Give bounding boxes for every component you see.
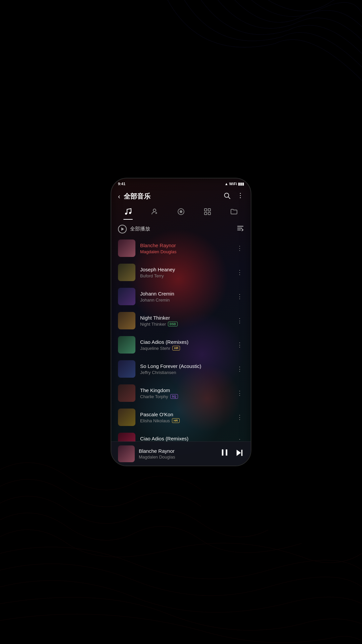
song-thumbnail [118,409,135,426]
song-thumbnail [118,264,135,281]
status-icons: ▲ WiFi ▮▮▮ [225,182,244,186]
song-info: So Long Forever (Acoustic) Jeffry Christ… [140,363,231,375]
tab-songs[interactable] [120,206,136,219]
song-more-button[interactable]: ⋮ [235,364,244,374]
song-item[interactable]: Pascale O'Kon Elisha Nikolaus HR ⋮ [111,405,251,429]
mini-player-title: Blanche Raynor [139,448,216,454]
song-item[interactable]: Johann Cremin Johann Cremin ⋮ [111,284,251,309]
song-item[interactable]: Night Thinker Night Thinker DSD ⋮ [111,309,251,333]
song-item[interactable]: Joseph Heaney Buford Terry ⋮ [111,260,251,284]
song-subtitle: Night Thinker DSD [140,322,231,327]
tab-artists[interactable] [146,206,163,219]
svg-point-4 [240,197,241,198]
song-subtitle: Buford Terry [140,273,231,278]
song-item[interactable]: So Long Forever (Acoustic) Jeffry Christ… [111,357,251,381]
tab-folders[interactable] [226,206,242,219]
svg-rect-11 [204,209,207,211]
song-info: Pascale O'Kon Elisha Nikolaus HR [140,412,231,423]
song-info: The Kingdom Charlie Torphy SQ [140,387,231,399]
svg-line-1 [228,197,230,199]
svg-point-3 [240,195,241,196]
song-subtitle: Jeffry Christiansen [140,370,231,375]
song-item[interactable]: Ciao Adios (Remixes) Jaqueline Stehr HR … [111,333,251,357]
song-info: Ciao Adios (Remixes) Jaqueline Stehr HR [140,339,231,351]
song-subtitle: Jaqueline Stehr HR [140,346,231,351]
pause-button[interactable] [220,448,229,460]
page-title: 全部音乐 [124,192,150,201]
song-more-button[interactable]: ⋮ [235,243,244,253]
top-nav: ‹ 全部音乐 [111,189,251,205]
artist-name: Charlie Torphy [140,394,168,399]
play-all-bar: 全部播放 [111,222,251,236]
mini-player-artist: Magdalen Douglas [139,454,216,460]
song-info: Johann Cremin Johann Cremin [140,291,231,303]
svg-rect-14 [208,212,210,215]
quality-badge-hr: HR [172,418,180,423]
song-title: Ciao Adios (Remixes) [140,436,231,441]
song-subtitle: Charlie Torphy SQ [140,394,231,399]
search-icon[interactable] [223,192,231,201]
artist-name: Jaqueline Stehr [140,346,170,351]
song-info: Blanche Raynor Magdalen Douglas [140,243,231,254]
song-title: Joseph Heaney [140,267,231,272]
tab-albums[interactable] [173,206,189,219]
song-title: Blanche Raynor [140,243,231,248]
artist-name: Elisha Nikolaus [140,418,170,423]
song-more-button[interactable]: ⋮ [235,291,244,302]
tab-bar [111,205,251,222]
svg-point-5 [125,213,127,215]
tab-playlists[interactable] [199,206,216,219]
svg-point-7 [153,209,156,212]
more-options-icon[interactable] [237,192,244,201]
song-item[interactable]: Ciao Adios (Remixes) Willis Osinski ⋮ [111,429,251,441]
song-more-button[interactable]: ⋮ [235,436,244,441]
song-thumbnail [118,312,135,329]
song-title: The Kingdom [140,387,231,393]
song-item[interactable]: The Kingdom Charlie Torphy SQ ⋮ [111,381,251,405]
song-info: Night Thinker Night Thinker DSD [140,315,231,327]
song-thumbnail [118,433,135,441]
artist-name: Buford Terry [140,273,164,278]
song-more-button[interactable]: ⋮ [235,267,244,277]
song-title: So Long Forever (Acoustic) [140,363,231,369]
artist-name: Magdalen Douglas [140,249,176,254]
song-item[interactable]: Blanche Raynor Magdalen Douglas ⋮ [111,236,251,260]
song-thumbnail [118,336,135,354]
svg-rect-18 [222,449,224,456]
quality-badge-dsd: DSD [168,322,178,326]
song-more-button[interactable]: ⋮ [235,412,244,422]
song-title: Pascale O'Kon [140,412,231,417]
mini-player-thumbnail [118,445,135,462]
song-thumbnail [118,360,135,378]
song-info: Joseph Heaney Buford Terry [140,267,231,278]
mini-player-controls [220,448,244,460]
svg-marker-20 [237,449,241,456]
song-thumbnail [118,239,135,257]
svg-rect-19 [226,449,228,456]
song-title: Johann Cremin [140,291,231,297]
svg-point-6 [129,212,131,214]
status-time: 9:41 [118,182,125,186]
song-info: Ciao Adios (Remixes) Willis Osinski [140,436,231,442]
svg-point-2 [240,193,241,194]
svg-rect-13 [204,212,207,215]
quality-badge-hr: HR [172,346,180,351]
song-title: Night Thinker [140,315,231,321]
song-more-button[interactable]: ⋮ [235,388,244,398]
play-all-label: 全部播放 [130,226,150,232]
song-list: Blanche Raynor Magdalen Douglas ⋮ Joseph… [111,236,251,441]
play-all-button[interactable] [118,225,127,233]
status-bar: 9:41 ▲ WiFi ▮▮▮ [111,178,251,189]
song-more-button[interactable]: ⋮ [235,316,244,326]
song-subtitle: Magdalen Douglas [140,249,231,254]
back-button[interactable]: ‹ [118,193,120,200]
song-title: Ciao Adios (Remixes) [140,339,231,345]
mini-player[interactable]: Blanche Raynor Magdalen Douglas [111,441,251,466]
song-more-button[interactable]: ⋮ [235,340,244,350]
quality-badge-sq: SQ [170,394,178,399]
song-subtitle: Elisha Nikolaus HR [140,418,231,423]
next-button[interactable] [235,448,244,460]
song-thumbnail [118,384,135,402]
sort-icon[interactable] [237,224,244,233]
song-thumbnail [118,288,135,305]
